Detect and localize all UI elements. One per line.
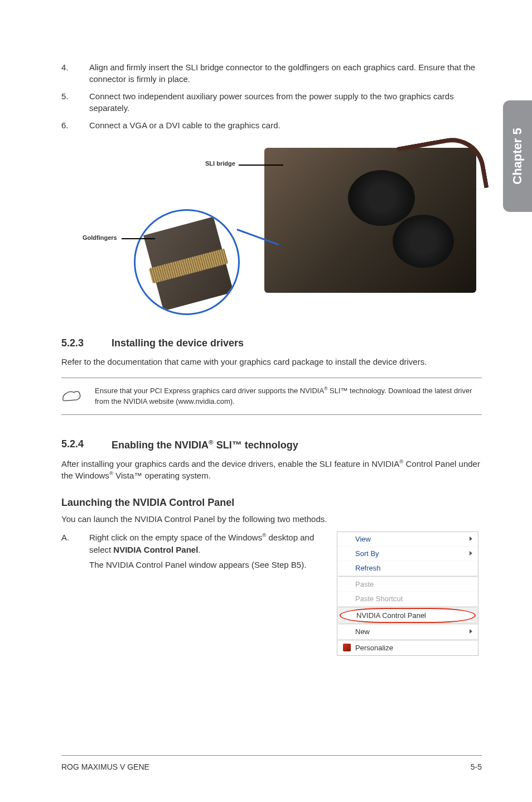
numbered-steps: 4. Align and firmly insert the SLI bridg… <box>61 61 482 131</box>
step-text: Align and firmly insert the SLI bridge c… <box>89 61 482 85</box>
sli-diagram: SLI bridge Goldfingers <box>61 137 482 321</box>
note-callout: Ensure that your PCI Express graphics ca… <box>61 378 482 415</box>
launching-heading: Launching the NVIDIA Control Panel <box>61 497 482 509</box>
note-text: Ensure that your PCI Express graphics ca… <box>89 386 482 407</box>
step-a-sub: The NVIDIA Control Panel window appears … <box>89 559 326 572</box>
menu-separator <box>338 607 477 607</box>
footer-page-number: 5-5 <box>471 762 482 771</box>
section-523-heading: 5.2.3 Installing the device drivers <box>61 337 482 349</box>
menu-separator <box>338 640 477 640</box>
menu-paste: Paste <box>337 577 478 592</box>
step-a-text-col: A. Right click on the empty space of the… <box>61 532 326 656</box>
menu-separator <box>338 624 477 624</box>
desktop-context-menu: View Sort By Refresh Paste Paste Shortcu… <box>337 532 478 656</box>
zoom-inset <box>134 209 240 315</box>
launching-intro: You can launch the NVIDIA Control Panel … <box>61 513 482 525</box>
section-523-body: Refer to the documentation that came wit… <box>61 356 482 368</box>
step-letter: A. <box>61 532 89 572</box>
menu-view[interactable]: View <box>337 532 478 547</box>
section-title: Enabling the NVIDIA® SLI™ technology <box>112 438 482 451</box>
sli-bridge-label: SLI bridge <box>205 160 235 167</box>
step-number: 5. <box>61 90 89 114</box>
menu-separator <box>338 576 477 577</box>
section-number: 5.2.4 <box>61 438 112 451</box>
note-icon <box>61 387 89 405</box>
context-menu-col: View Sort By Refresh Paste Paste Shortcu… <box>337 532 482 656</box>
menu-refresh[interactable]: Refresh <box>337 561 478 576</box>
footer-model: ROG MAXIMUS V GENE <box>61 762 149 771</box>
step-4: 4. Align and firmly insert the SLI bridg… <box>61 61 482 85</box>
goldfingers-leader-line <box>122 238 155 239</box>
submenu-arrow-icon <box>470 537 472 541</box>
step-text: Connect a VGA or a DVI cable to the grap… <box>89 119 482 131</box>
step-a-body: Right click on the empty space of the Wi… <box>89 532 326 572</box>
motherboard-image <box>264 148 476 293</box>
menu-new[interactable]: New <box>337 625 478 639</box>
submenu-arrow-icon <box>470 629 472 634</box>
step-number: 6. <box>61 119 89 131</box>
page-footer: ROG MAXIMUS V GENE 5-5 <box>61 755 482 771</box>
sli-bridge-leader-line <box>239 165 283 166</box>
gpu-fan-2 <box>393 215 454 268</box>
section-524-heading: 5.2.4 Enabling the NVIDIA® SLI™ technolo… <box>61 438 482 451</box>
step-6: 6. Connect a VGA or a DVI cable to the g… <box>61 119 482 131</box>
page-content: 4. Align and firmly insert the SLI bridg… <box>0 0 532 656</box>
step-a-row: A. Right click on the empty space of the… <box>61 532 482 656</box>
goldfingers-label: Goldfingers <box>83 234 117 241</box>
step-number: 4. <box>61 61 89 85</box>
menu-nvidia-control-panel[interactable]: NVIDIA Control Panel <box>340 608 476 623</box>
submenu-arrow-icon <box>470 551 472 555</box>
section-title: Installing the device drivers <box>112 337 482 349</box>
step-5: 5. Connect two independent auxiliary pow… <box>61 90 482 114</box>
section-number: 5.2.3 <box>61 337 112 349</box>
chapter-side-tab: Chapter 5 <box>503 100 532 212</box>
step-a: A. Right click on the empty space of the… <box>61 532 326 572</box>
menu-sort-by[interactable]: Sort By <box>337 547 478 561</box>
chapter-side-tab-label: Chapter 5 <box>510 128 525 184</box>
menu-personalize[interactable]: Personalize <box>337 641 478 655</box>
section-524-body: After installing your graphics cards and… <box>61 458 482 481</box>
step-text: Connect two independent auxiliary power … <box>89 90 482 114</box>
gpu-fan-1 <box>348 170 415 226</box>
menu-paste-shortcut: Paste Shortcut <box>337 592 478 606</box>
